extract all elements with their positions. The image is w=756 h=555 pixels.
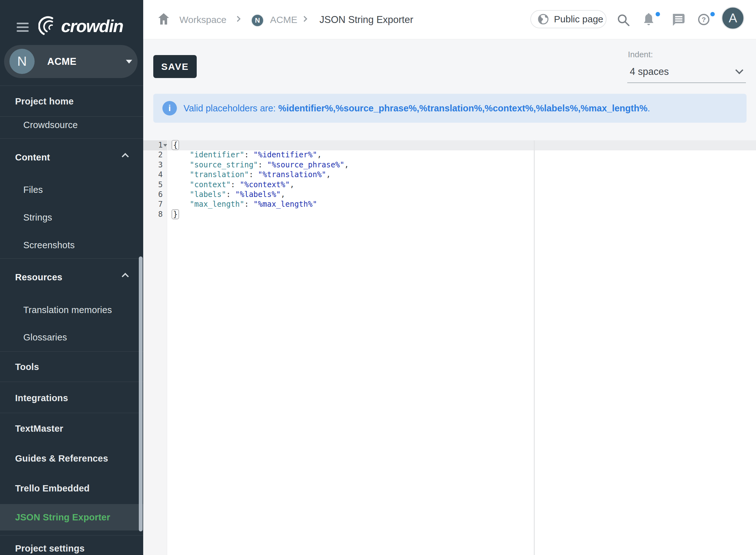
public-page-label: Public page — [554, 14, 603, 25]
placeholder-token: %labels%, — [536, 103, 581, 114]
line-number[interactable]: 8 — [143, 210, 163, 219]
code-token-key: "identifier" — [190, 151, 244, 159]
sidebar-item-label: Glossaries — [23, 332, 67, 342]
code-token-str: "%max_length%" — [253, 200, 317, 209]
code-token-str: "%context%" — [240, 180, 290, 189]
nav-divider — [0, 138, 143, 139]
editor-line[interactable]: { — [172, 140, 179, 151]
sidebar-item-translation-memories[interactable]: Translation memories — [23, 305, 112, 315]
placeholder-token: %max_length% — [580, 103, 647, 114]
sidebar-item-integrations[interactable]: Integrations — [15, 393, 68, 403]
indent-select[interactable]: 4 spaces — [627, 62, 746, 83]
code-token-plain: : — [226, 190, 235, 199]
search-icon[interactable] — [618, 14, 629, 26]
line-number[interactable]: 1 — [143, 140, 163, 150]
sidebar-item-label: Files — [23, 185, 43, 195]
public-page-button[interactable]: Public page — [530, 10, 606, 28]
messages-icon[interactable] — [672, 13, 685, 27]
line-number[interactable]: 4 — [143, 170, 163, 180]
notifications-unread-badge — [655, 11, 661, 17]
line-number[interactable]: 6 — [143, 190, 163, 200]
code-token-plain: : — [244, 200, 253, 209]
line-number[interactable]: 5 — [143, 180, 163, 190]
line-number[interactable]: 3 — [143, 160, 163, 170]
sidebar-item-glossaries[interactable]: Glossaries — [23, 332, 67, 343]
breadcrumb-workspace[interactable]: Workspace — [179, 0, 226, 39]
sidebar-item-resources[interactable]: Resources — [15, 272, 62, 283]
chevron-up-icon — [122, 273, 129, 280]
nav-divider — [0, 413, 143, 413]
sidebar-item-files[interactable]: Files — [23, 185, 43, 195]
nav-divider — [0, 535, 143, 536]
code-token-plain: : — [258, 161, 267, 169]
svg-text:?: ? — [702, 16, 706, 24]
fold-caret-icon[interactable] — [163, 144, 167, 146]
breadcrumb-page-title: JSON String Exporter — [320, 0, 413, 39]
chevron-right-icon — [235, 16, 241, 22]
help-icon[interactable]: ? — [698, 13, 710, 26]
user-avatar[interactable]: A — [721, 7, 744, 30]
sidebar-item-label: Resources — [15, 272, 62, 282]
notifications-bell-icon[interactable] — [643, 12, 654, 27]
sidebar-scrollbar-thumb[interactable] — [139, 256, 142, 531]
placeholder-token: %context%, — [485, 103, 536, 114]
nav-divider — [0, 86, 143, 86]
code-editor[interactable]: 12345678 { "identifier": "%identifier%",… — [143, 140, 756, 555]
sidebar-item-label: TextMaster — [15, 424, 63, 434]
breadcrumb-project-avatar[interactable]: N — [251, 14, 264, 27]
code-token-plain: , — [344, 161, 349, 169]
code-token-str: "%identifier%" — [253, 151, 317, 159]
code-token-plain: : — [231, 180, 240, 189]
line-number[interactable]: 7 — [143, 200, 163, 209]
editor-line[interactable]: "max_length": "%max_length%" — [172, 200, 317, 210]
globe-icon — [538, 14, 549, 25]
placeholder-token: %identifier%, — [278, 103, 336, 114]
sidebar-item-textmaster[interactable]: TextMaster — [15, 424, 63, 434]
help-unread-badge — [709, 11, 716, 17]
sidebar-item-crowdsource[interactable]: Crowdsource — [23, 120, 78, 130]
code-token-key: "translation" — [190, 170, 249, 179]
code-token-plain — [172, 200, 190, 209]
editor-line[interactable]: } — [172, 210, 179, 220]
sidebar-item-content[interactable]: Content — [15, 152, 50, 163]
editor-line[interactable]: "source_string": "%source_phrase%", — [172, 160, 349, 170]
code-token-str: "%labels%" — [235, 190, 281, 199]
home-icon[interactable] — [158, 13, 169, 25]
sidebar-item-guides-references[interactable]: Guides & References — [15, 454, 108, 464]
line-number[interactable]: 2 — [143, 150, 163, 160]
chevron-up-icon — [122, 153, 129, 160]
editor-line[interactable]: "context": "%context%", — [172, 180, 294, 190]
sidebar-item-screenshots[interactable]: Screenshots — [23, 240, 75, 250]
app: crowdin N ACME Project homeCrowdsourceCo… — [0, 0, 756, 555]
sidebar-item-project-home[interactable]: Project home — [15, 96, 74, 106]
breadcrumb-project[interactable]: ACME — [270, 0, 297, 39]
nav-divider — [0, 382, 143, 382]
code-token-plain: , — [281, 190, 285, 199]
sidebar-item-label: Screenshots — [23, 240, 75, 250]
placeholder-token: %translation%, — [419, 103, 485, 114]
save-button[interactable]: SAVE — [153, 55, 197, 78]
nav-divider — [0, 258, 143, 259]
sidebar-item-project-settings[interactable]: Project settings — [15, 543, 85, 554]
sidebar-item-label: Content — [15, 152, 50, 162]
sidebar-item-strings[interactable]: Strings — [23, 212, 52, 223]
sidebar-item-label: Crowdsource — [23, 120, 78, 130]
sidebar-item-tools[interactable]: Tools — [15, 362, 39, 372]
sidebar-item-trello-embedded[interactable]: Trello Embedded — [15, 483, 90, 494]
code-token-plain — [172, 190, 190, 199]
sidebar-item-label: Integrations — [15, 393, 68, 403]
chevron-down-icon — [735, 66, 743, 74]
sidebar-item-json-string-exporter[interactable]: JSON String Exporter — [15, 512, 110, 523]
banner-text: Valid placeholders are: %identifier%, %s… — [183, 94, 650, 123]
code-token-plain: : — [244, 151, 253, 159]
code-token-key: "labels" — [190, 190, 226, 199]
code-token-plain: : — [249, 170, 258, 179]
indent-selected-value: 4 spaces — [630, 66, 669, 77]
editor-line[interactable]: "identifier": "%identifier%", — [172, 150, 322, 160]
code-token-brace: } — [172, 209, 179, 219]
editor-line[interactable]: "translation": "%translation%", — [172, 170, 331, 180]
editor-active-line-highlight — [167, 140, 756, 151]
sidebar-item-label: Trello Embedded — [15, 483, 90, 493]
sidebar-item-label: Guides & References — [15, 454, 108, 463]
editor-line[interactable]: "labels": "%labels%", — [172, 190, 285, 200]
